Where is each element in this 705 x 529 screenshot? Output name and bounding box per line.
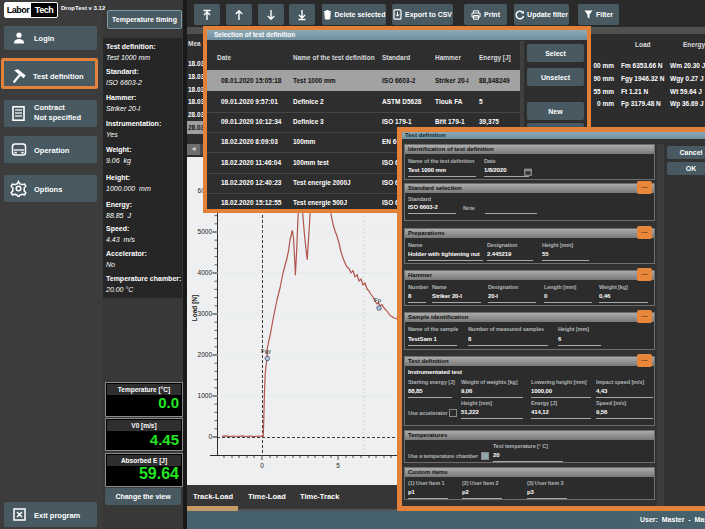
svg-text:Fp: Fp [374, 297, 382, 303]
svg-text:1000: 1000 [198, 392, 213, 399]
svg-text:Fgy: Fgy [261, 348, 271, 354]
svg-text:3000: 3000 [198, 310, 213, 317]
svg-text:4000: 4000 [198, 269, 213, 276]
svg-text:0: 0 [208, 433, 212, 440]
svg-text:0: 0 [260, 462, 264, 469]
svg-text:2000: 2000 [198, 351, 213, 358]
svg-text:5: 5 [336, 462, 340, 469]
svg-text:5000: 5000 [198, 228, 213, 235]
svg-text:Load [N]: Load [N] [191, 295, 199, 321]
